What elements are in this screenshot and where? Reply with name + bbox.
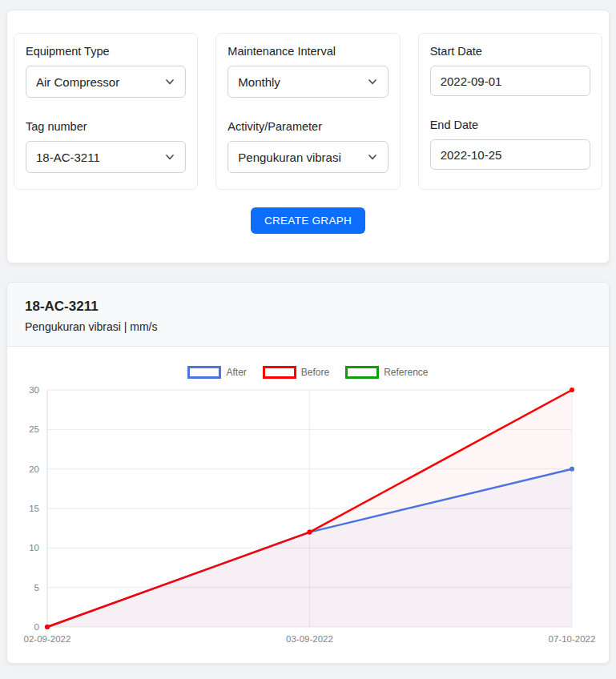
- chart-legend: AfterBeforeReference: [7, 366, 609, 378]
- field-maintenance-interval: Maintenance Interval Monthly: [227, 45, 388, 98]
- x-tick-label: 03-09-2022: [286, 634, 333, 644]
- maintenance-interval-value: Monthly: [238, 75, 280, 89]
- panel-dates: Start Date End Date: [418, 33, 602, 190]
- legend-item-after[interactable]: After: [187, 366, 246, 379]
- filter-card: Equipment Type Air Compressor Tag number…: [6, 10, 610, 263]
- y-tick-label: 5: [34, 583, 39, 593]
- chart-subtitle: Pengukuran vibrasi | mm/s: [25, 320, 591, 333]
- field-equipment-type: Equipment Type Air Compressor: [26, 45, 186, 98]
- equipment-type-label: Equipment Type: [26, 45, 186, 58]
- tag-number-value: 18-AC-3211: [36, 151, 100, 164]
- data-point-after: [570, 467, 574, 472]
- legend-label: Reference: [384, 367, 428, 378]
- legend-swatch-before: [263, 366, 296, 379]
- x-tick-label: 07-10-2022: [549, 634, 596, 644]
- panel-maintenance: Maintenance Interval Monthly Activity/Pa…: [215, 33, 400, 190]
- chart-body: AfterBeforeReference 05101520253002-09-2…: [7, 347, 609, 663]
- activity-parameter-label: Activity/Parameter: [227, 120, 388, 133]
- end-date-input[interactable]: [430, 139, 590, 170]
- chevron-down-icon: [367, 76, 378, 87]
- y-tick-label: 15: [29, 504, 39, 513]
- field-end-date: End Date: [430, 119, 590, 170]
- legend-label: Before: [301, 367, 329, 378]
- y-tick-label: 25: [29, 424, 39, 434]
- chevron-down-icon: [367, 151, 378, 163]
- y-tick-label: 30: [29, 385, 39, 395]
- activity-parameter-value: Pengukuran vibrasi: [238, 151, 340, 164]
- maintenance-interval-label: Maintenance Interval: [227, 45, 388, 58]
- legend-item-before[interactable]: Before: [263, 366, 329, 379]
- chart-card-header: 18-AC-3211 Pengukuran vibrasi | mm/s: [7, 283, 609, 347]
- button-row: CREATE GRAPH: [14, 207, 602, 234]
- create-graph-button[interactable]: CREATE GRAPH: [251, 207, 365, 234]
- chevron-down-icon: [164, 151, 175, 163]
- equipment-type-value: Air Compressor: [36, 75, 119, 89]
- legend-swatch-after: [187, 366, 221, 379]
- x-tick-label: 02-09-2022: [24, 634, 71, 644]
- chevron-down-icon: [164, 76, 175, 87]
- y-tick-label: 0: [34, 622, 39, 632]
- field-tag-number: Tag number 18-AC-3211: [26, 120, 186, 173]
- equipment-type-select[interactable]: Air Compressor: [26, 66, 186, 98]
- maintenance-interval-select[interactable]: Monthly: [227, 66, 388, 98]
- page: Equipment Type Air Compressor Tag number…: [0, 0, 616, 667]
- data-point-before: [45, 625, 50, 629]
- chart-card: 18-AC-3211 Pengukuran vibrasi | mm/s Aft…: [6, 282, 610, 664]
- tag-number-select[interactable]: 18-AC-3211: [26, 141, 186, 173]
- field-start-date: Start Date: [430, 45, 590, 96]
- data-point-before: [308, 530, 312, 535]
- line-chart: 05101520253002-09-202203-09-202207-10-20…: [7, 381, 610, 653]
- field-activity-parameter: Activity/Parameter Pengukuran vibrasi: [227, 120, 388, 173]
- start-date-input[interactable]: [430, 66, 590, 96]
- legend-label: After: [226, 367, 246, 378]
- y-tick-label: 20: [29, 464, 39, 474]
- activity-parameter-select[interactable]: Pengukuran vibrasi: [227, 141, 388, 173]
- y-tick-label: 10: [29, 543, 39, 552]
- legend-item-reference[interactable]: Reference: [345, 366, 428, 379]
- start-date-label: Start Date: [430, 45, 590, 58]
- end-date-label: End Date: [430, 119, 590, 131]
- tag-number-label: Tag number: [26, 120, 186, 133]
- chart-title: 18-AC-3211: [25, 299, 591, 315]
- data-point-before: [570, 388, 574, 392]
- panel-equipment: Equipment Type Air Compressor Tag number…: [14, 33, 198, 190]
- filter-panels: Equipment Type Air Compressor Tag number…: [14, 33, 602, 190]
- legend-swatch-reference: [345, 366, 379, 379]
